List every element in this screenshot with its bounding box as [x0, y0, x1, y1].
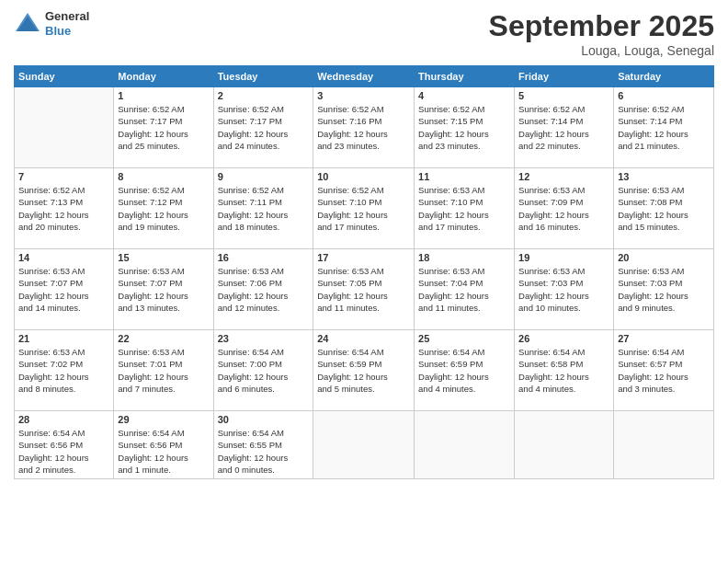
- table-row: 12Sunrise: 6:53 AM Sunset: 7:09 PM Dayli…: [515, 168, 614, 249]
- day-number: 23: [218, 333, 310, 344]
- day-info: Sunrise: 6:53 AM Sunset: 7:03 PM Dayligh…: [518, 265, 609, 314]
- table-row: 16Sunrise: 6:53 AM Sunset: 7:06 PM Dayli…: [213, 249, 313, 330]
- day-info: Sunrise: 6:54 AM Sunset: 7:00 PM Dayligh…: [218, 346, 310, 395]
- day-number: 13: [618, 171, 710, 182]
- calendar-table: Sunday Monday Tuesday Wednesday Thursday…: [14, 65, 714, 479]
- table-row: 26Sunrise: 6:54 AM Sunset: 6:58 PM Dayli…: [515, 330, 614, 411]
- table-row: [415, 411, 515, 479]
- calendar-page: General Blue September 2025 Louga, Louga…: [0, 0, 728, 563]
- day-info: Sunrise: 6:54 AM Sunset: 6:58 PM Dayligh…: [518, 346, 609, 395]
- day-number: 6: [618, 90, 710, 101]
- day-number: 16: [218, 252, 310, 263]
- day-number: 24: [317, 333, 410, 344]
- day-number: 7: [18, 171, 109, 182]
- day-info: Sunrise: 6:54 AM Sunset: 6:56 PM Dayligh…: [18, 427, 109, 476]
- day-info: Sunrise: 6:52 AM Sunset: 7:12 PM Dayligh…: [118, 184, 209, 233]
- day-info: Sunrise: 6:54 AM Sunset: 6:56 PM Dayligh…: [118, 427, 209, 476]
- day-number: 12: [518, 171, 609, 182]
- header: General Blue September 2025 Louga, Louga…: [14, 9, 714, 58]
- table-row: 28Sunrise: 6:54 AM Sunset: 6:56 PM Dayli…: [15, 411, 114, 479]
- day-info: Sunrise: 6:53 AM Sunset: 7:10 PM Dayligh…: [418, 184, 510, 233]
- col-friday: Friday: [515, 66, 614, 87]
- table-row: 7Sunrise: 6:52 AM Sunset: 7:13 PM Daylig…: [15, 168, 114, 249]
- day-number: 2: [218, 90, 310, 101]
- day-number: 21: [18, 333, 109, 344]
- table-row: 6Sunrise: 6:52 AM Sunset: 7:14 PM Daylig…: [614, 87, 714, 168]
- table-row: 18Sunrise: 6:53 AM Sunset: 7:04 PM Dayli…: [415, 249, 515, 330]
- table-row: 10Sunrise: 6:52 AM Sunset: 7:10 PM Dayli…: [313, 168, 415, 249]
- table-row: 3Sunrise: 6:52 AM Sunset: 7:16 PM Daylig…: [313, 87, 415, 168]
- table-row: 13Sunrise: 6:53 AM Sunset: 7:08 PM Dayli…: [614, 168, 714, 249]
- day-info: Sunrise: 6:53 AM Sunset: 7:06 PM Dayligh…: [218, 265, 310, 314]
- col-thursday: Thursday: [415, 66, 515, 87]
- day-number: 26: [518, 333, 609, 344]
- table-row: [313, 411, 415, 479]
- table-row: 11Sunrise: 6:53 AM Sunset: 7:10 PM Dayli…: [415, 168, 515, 249]
- day-info: Sunrise: 6:52 AM Sunset: 7:17 PM Dayligh…: [118, 103, 209, 152]
- table-row: [15, 87, 114, 168]
- day-info: Sunrise: 6:53 AM Sunset: 7:03 PM Dayligh…: [618, 265, 710, 314]
- table-row: 1Sunrise: 6:52 AM Sunset: 7:17 PM Daylig…: [114, 87, 213, 168]
- title-block: September 2025 Louga, Louga, Senegal: [489, 9, 714, 58]
- day-info: Sunrise: 6:52 AM Sunset: 7:17 PM Dayligh…: [218, 103, 310, 152]
- location: Louga, Louga, Senegal: [489, 43, 714, 58]
- day-info: Sunrise: 6:54 AM Sunset: 6:59 PM Dayligh…: [317, 346, 410, 395]
- logo-general: General: [45, 9, 89, 24]
- col-saturday: Saturday: [614, 66, 714, 87]
- day-number: 14: [18, 252, 109, 263]
- day-number: 11: [418, 171, 510, 182]
- table-row: 14Sunrise: 6:53 AM Sunset: 7:07 PM Dayli…: [15, 249, 114, 330]
- day-number: 25: [418, 333, 510, 344]
- day-info: Sunrise: 6:53 AM Sunset: 7:08 PM Dayligh…: [618, 184, 710, 233]
- day-number: 28: [18, 414, 109, 425]
- day-number: 15: [118, 252, 209, 263]
- table-row: 20Sunrise: 6:53 AM Sunset: 7:03 PM Dayli…: [614, 249, 714, 330]
- day-info: Sunrise: 6:53 AM Sunset: 7:07 PM Dayligh…: [118, 265, 209, 314]
- day-info: Sunrise: 6:53 AM Sunset: 7:01 PM Dayligh…: [118, 346, 209, 395]
- day-info: Sunrise: 6:54 AM Sunset: 6:59 PM Dayligh…: [418, 346, 510, 395]
- day-info: Sunrise: 6:52 AM Sunset: 7:14 PM Dayligh…: [518, 103, 609, 152]
- table-row: 9Sunrise: 6:52 AM Sunset: 7:11 PM Daylig…: [213, 168, 313, 249]
- day-info: Sunrise: 6:54 AM Sunset: 6:57 PM Dayligh…: [618, 346, 710, 395]
- day-info: Sunrise: 6:52 AM Sunset: 7:10 PM Dayligh…: [317, 184, 410, 233]
- day-info: Sunrise: 6:54 AM Sunset: 6:55 PM Dayligh…: [218, 427, 310, 476]
- day-number: 30: [218, 414, 310, 425]
- col-tuesday: Tuesday: [213, 66, 313, 87]
- day-number: 3: [317, 90, 410, 101]
- col-monday: Monday: [114, 66, 213, 87]
- day-number: 17: [317, 252, 410, 263]
- table-row: 24Sunrise: 6:54 AM Sunset: 6:59 PM Dayli…: [313, 330, 415, 411]
- day-info: Sunrise: 6:53 AM Sunset: 7:02 PM Dayligh…: [18, 346, 109, 395]
- table-row: [614, 411, 714, 479]
- day-info: Sunrise: 6:52 AM Sunset: 7:15 PM Dayligh…: [418, 103, 510, 152]
- logo-text: General Blue: [45, 9, 89, 38]
- day-number: 5: [518, 90, 609, 101]
- table-row: [515, 411, 614, 479]
- day-info: Sunrise: 6:53 AM Sunset: 7:05 PM Dayligh…: [317, 265, 410, 314]
- day-info: Sunrise: 6:52 AM Sunset: 7:16 PM Dayligh…: [317, 103, 410, 152]
- day-number: 22: [118, 333, 209, 344]
- col-wednesday: Wednesday: [313, 66, 415, 87]
- table-row: 30Sunrise: 6:54 AM Sunset: 6:55 PM Dayli…: [213, 411, 313, 479]
- day-number: 18: [418, 252, 510, 263]
- logo-icon: [14, 11, 41, 37]
- day-number: 20: [618, 252, 710, 263]
- day-info: Sunrise: 6:52 AM Sunset: 7:14 PM Dayligh…: [618, 103, 710, 152]
- day-number: 4: [418, 90, 510, 101]
- table-row: 25Sunrise: 6:54 AM Sunset: 6:59 PM Dayli…: [415, 330, 515, 411]
- day-number: 1: [118, 90, 209, 101]
- table-row: 27Sunrise: 6:54 AM Sunset: 6:57 PM Dayli…: [614, 330, 714, 411]
- month-title: September 2025: [489, 9, 714, 43]
- table-row: 4Sunrise: 6:52 AM Sunset: 7:15 PM Daylig…: [415, 87, 515, 168]
- table-row: 17Sunrise: 6:53 AM Sunset: 7:05 PM Dayli…: [313, 249, 415, 330]
- day-info: Sunrise: 6:53 AM Sunset: 7:07 PM Dayligh…: [18, 265, 109, 314]
- day-number: 9: [218, 171, 310, 182]
- day-number: 27: [618, 333, 710, 344]
- day-info: Sunrise: 6:53 AM Sunset: 7:09 PM Dayligh…: [518, 184, 609, 233]
- table-row: 23Sunrise: 6:54 AM Sunset: 7:00 PM Dayli…: [213, 330, 313, 411]
- table-row: 21Sunrise: 6:53 AM Sunset: 7:02 PM Dayli…: [15, 330, 114, 411]
- day-number: 19: [518, 252, 609, 263]
- table-row: 15Sunrise: 6:53 AM Sunset: 7:07 PM Dayli…: [114, 249, 213, 330]
- day-info: Sunrise: 6:53 AM Sunset: 7:04 PM Dayligh…: [418, 265, 510, 314]
- day-number: 8: [118, 171, 209, 182]
